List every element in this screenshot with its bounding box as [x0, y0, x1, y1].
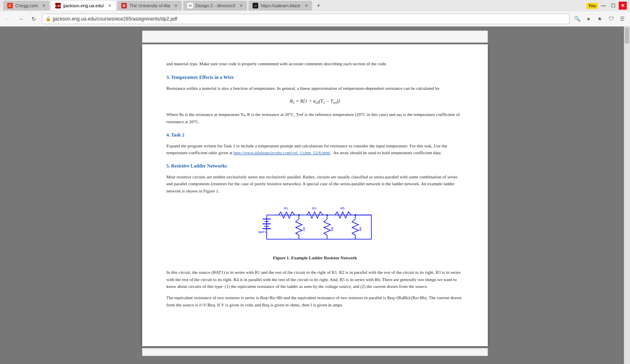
svg-text:R1: R1 [284, 207, 288, 210]
tab-chegg-label: Chegg.com [15, 3, 38, 8]
chegg-favicon: C [7, 3, 13, 8]
minimize-button[interactable]: — [599, 2, 607, 10]
refresh-button[interactable]: ↻ [29, 14, 39, 24]
svg-text:R6: R6 [359, 227, 362, 232]
forward-button[interactable]: → [16, 14, 26, 24]
pdf-content: and material type. Make sure your code i… [166, 60, 464, 308]
shield-icon[interactable]: 🛡 [607, 14, 615, 23]
svg-text:R4: R4 [330, 227, 334, 232]
figure-caption: Figure 1. Example Ladder Resistor Networ… [273, 254, 357, 261]
new-tab-button[interactable]: + [314, 1, 323, 10]
svg-text:R5: R5 [340, 207, 345, 210]
section4-body: Expand the program written for Task 1 to… [166, 143, 464, 157]
section3-body1: Resistance within a material is also a f… [166, 85, 464, 92]
intro-paragraph: and material type. Make sure your code i… [166, 60, 464, 67]
content-area: and material type. Make sure your code i… [0, 27, 630, 364]
tab-ualearn-close[interactable]: ✕ [305, 3, 308, 8]
ua-favicon: UA ECE [55, 3, 61, 8]
tab-chegg-close[interactable]: ✕ [42, 3, 46, 8]
tab-ualearn[interactable]: U https://ualearn.black ✕ [249, 1, 312, 10]
secure-icon: 🔒 [46, 16, 51, 21]
tab-ua[interactable]: UA ECE jjackson.eng.ua.edu/ ✕ [51, 1, 116, 10]
close-button[interactable]: ✕ [619, 2, 627, 10]
circuit-diagram-container: BAT1 R1 R2 [166, 203, 464, 261]
svg-text:R3: R3 [312, 207, 317, 210]
scrollbar-thumb [625, 27, 629, 43]
tab-chegg[interactable]: C Chegg.com ✕ [3, 1, 50, 10]
section5-body2: In this circuit, the source (BAT1) is in… [166, 269, 464, 290]
section4-body2: . An array should be used to hold temper… [331, 150, 441, 155]
page-bottom-bar [142, 348, 488, 356]
section5-heading: 5. Resistive Ladder Networks [166, 162, 464, 170]
tab-strip: C Chegg.com ✕ UA ECE jjackson.eng.ua.edu… [3, 1, 585, 10]
tab-ua-close[interactable]: ✕ [108, 3, 112, 8]
section5-body3: The equivalent resistance of two resisto… [166, 294, 464, 308]
section5-body1: Most resistive circuits are neither excl… [166, 174, 464, 195]
ualearn-favicon: U [253, 3, 258, 8]
section4-heading: 4. Task 2 [166, 131, 464, 139]
formula-text: R2 = R[1 + α20(T2 − Tref)] [290, 98, 340, 104]
tab-gmail-close[interactable]: ✕ [239, 3, 243, 8]
title-bar: C Chegg.com ✕ UA ECE jjackson.eng.ua.edu… [0, 0, 630, 11]
url-bar[interactable]: 🔒 jjackson.eng.ua.edu/courses/ece285/ass… [42, 14, 570, 24]
tab-univ[interactable]: 🏛 The University of Ala ✕ [117, 1, 182, 10]
tab-gmail-label: Design 2 - dlmoore3 [195, 3, 235, 8]
alert-badge: You [586, 3, 598, 9]
tab-univ-label: The University of Ala [129, 3, 170, 8]
tab-gmail[interactable]: M Design 2 - dlmoore3 ✕ [183, 1, 247, 10]
back-button[interactable]: ← [3, 14, 13, 24]
address-bar: ← → ↻ 🔒 jjackson.eng.ua.edu/courses/ece2… [0, 11, 630, 27]
window-scrollbar[interactable] [624, 27, 630, 364]
section4-link[interactable]: http://www.allaboutcircuits.com/vol_1/ch… [234, 150, 330, 155]
svg-text:R2: R2 [302, 227, 306, 232]
gmail-favicon: M [187, 3, 193, 8]
browser-icons-right: 🔍 ● ★ 🛡 ☰ [573, 14, 627, 23]
section3-heading: 3. Temperature Effects in a Wire [166, 74, 464, 81]
star-icon[interactable]: ★ [595, 14, 604, 23]
pdf-viewer[interactable]: and material type. Make sure your code i… [0, 27, 630, 364]
menu-icon[interactable]: ☰ [618, 14, 627, 23]
bookmark-icon[interactable]: ● [584, 14, 593, 23]
url-text: jjackson.eng.ua.edu/courses/ece285/assig… [53, 16, 177, 22]
tab-ua-label: jjackson.eng.ua.edu/ [63, 3, 104, 8]
search-icon[interactable]: 🔍 [573, 14, 582, 23]
formula-block: R2 = R[1 + α20(T2 − Tref)] [166, 97, 464, 105]
browser-chrome: C Chegg.com ✕ UA ECE jjackson.eng.ua.edu… [0, 0, 630, 27]
maximize-button[interactable]: ☐ [609, 2, 617, 10]
svg-text:BAT1: BAT1 [259, 230, 267, 234]
circuit-svg: BAT1 R1 R2 [247, 203, 383, 251]
tab-univ-close[interactable]: ✕ [174, 3, 178, 8]
tab-ualearn-label: https://ualearn.black [261, 3, 300, 8]
page-top-bar [142, 31, 488, 43]
window-controls: You — ☐ ✕ [586, 2, 627, 10]
univ-favicon: 🏛 [121, 3, 127, 8]
section3-body2: Where R₂ is the resistance at temperatur… [166, 111, 464, 125]
pdf-page: and material type. Make sure your code i… [142, 44, 488, 346]
